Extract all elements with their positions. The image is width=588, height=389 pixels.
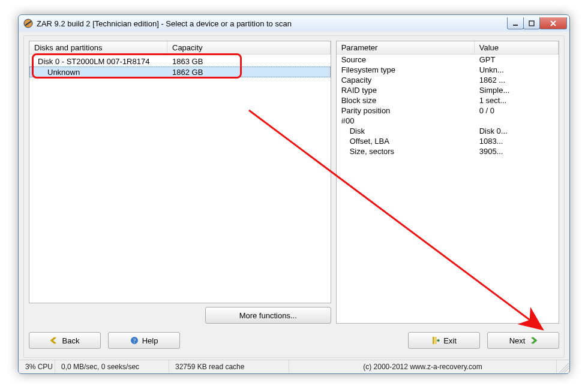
bottom-bar: Back ? Help Exit Next xyxy=(29,328,559,352)
parameter-row[interactable]: Capacity1862 ... xyxy=(337,75,559,85)
more-functions-label: More functions... xyxy=(239,311,297,320)
back-button[interactable]: Back xyxy=(29,332,101,349)
parameter-value-cell: 1 sect... xyxy=(475,96,559,105)
help-label: Help xyxy=(142,336,158,345)
window-title: ZAR 9.2 build 2 [Technician edition] - S… xyxy=(37,19,508,28)
app-window: ZAR 9.2 build 2 [Technician edition] - S… xyxy=(18,14,570,374)
parameter-value-cell: 1083... xyxy=(475,137,559,146)
help-button[interactable]: ? Help xyxy=(108,332,180,349)
parameter-row[interactable]: Parity position0 / 0 xyxy=(337,105,559,116)
arrow-right-icon xyxy=(529,336,537,345)
disk-capacity-cell: 1862 GB xyxy=(167,68,331,77)
parameters-list[interactable]: SourceGPTFilesystem typeUnkn...Capacity1… xyxy=(337,55,559,156)
status-io: 0,0 MB/sec, 0 seeks/sec xyxy=(55,360,169,373)
parameters-header: Parameter Value xyxy=(337,41,559,55)
parameter-name-cell: RAID type xyxy=(337,86,475,95)
status-cpu: 3% CPU xyxy=(19,360,55,373)
next-label: Next xyxy=(509,336,526,345)
parameter-value-cell: GPT xyxy=(475,55,559,64)
parameter-row[interactable]: Size, sectors3905... xyxy=(337,146,559,156)
disk-tree-row[interactable]: Unknown1862 GB xyxy=(29,67,331,77)
more-functions-button[interactable]: More functions... xyxy=(205,307,331,324)
parameter-name-cell: Filesystem type xyxy=(337,65,475,74)
svg-rect-7 xyxy=(434,337,437,344)
parameters-header-value[interactable]: Value xyxy=(475,41,559,54)
disks-panel: Disks and partitions Capacity Disk 0 - S… xyxy=(29,41,331,303)
parameter-row[interactable]: Block size1 sect... xyxy=(337,95,559,105)
parameter-row[interactable]: SourceGPT xyxy=(337,55,559,65)
status-bar: 3% CPU 0,0 MB/sec, 0 seeks/sec 32759 KB … xyxy=(19,360,569,373)
next-button[interactable]: Next xyxy=(487,332,559,349)
parameter-value-cell: 0 / 0 xyxy=(475,106,559,115)
close-button[interactable] xyxy=(539,17,567,29)
disks-header-name[interactable]: Disks and partitions xyxy=(29,41,167,54)
client-area: Disks and partitions Capacity Disk 0 - S… xyxy=(23,35,565,358)
exit-label: Exit xyxy=(443,336,457,345)
parameter-name-cell: Disk xyxy=(337,126,475,135)
disk-name-cell: Disk 0 - ST2000LM 007-1R8174 xyxy=(29,57,167,66)
resize-grip[interactable] xyxy=(557,360,569,373)
parameter-value-cell: Unkn... xyxy=(475,65,559,74)
disk-tree-row[interactable]: Disk 0 - ST2000LM 007-1R81741863 GB xyxy=(29,56,331,67)
exit-button[interactable]: Exit xyxy=(408,332,480,349)
disk-capacity-cell: 1863 GB xyxy=(167,57,331,66)
parameter-row[interactable]: Offset, LBA1083... xyxy=(337,136,559,146)
parameter-name-cell: Block size xyxy=(337,96,475,105)
parameter-row[interactable]: #00 xyxy=(337,116,559,126)
parameter-name-cell: Parity position xyxy=(337,106,475,115)
titlebar[interactable]: ZAR 9.2 build 2 [Technician edition] - S… xyxy=(19,15,569,32)
parameter-name-cell: #00 xyxy=(337,116,475,125)
window-controls xyxy=(508,17,567,29)
parameter-name-cell: Source xyxy=(337,55,475,64)
minimize-button[interactable] xyxy=(507,17,524,29)
parameter-value-cell: 3905... xyxy=(475,147,559,156)
help-icon: ? xyxy=(130,336,139,345)
door-exit-icon xyxy=(431,336,440,345)
parameter-value-cell: Disk 0... xyxy=(475,126,559,135)
arrow-left-icon xyxy=(50,336,59,345)
main-area: Disks and partitions Capacity Disk 0 - S… xyxy=(29,41,559,324)
svg-text:?: ? xyxy=(133,337,136,344)
back-label: Back xyxy=(62,336,80,345)
svg-rect-3 xyxy=(529,21,534,26)
left-column: Disks and partitions Capacity Disk 0 - S… xyxy=(29,41,331,324)
parameter-value-cell: Simple... xyxy=(475,86,559,95)
maximize-button[interactable] xyxy=(523,17,540,29)
disk-name-cell: Unknown xyxy=(29,68,167,77)
app-icon xyxy=(23,19,33,28)
status-cache: 32759 KB read cache xyxy=(169,360,289,373)
parameter-row[interactable]: Filesystem typeUnkn... xyxy=(337,65,559,75)
svg-rect-2 xyxy=(513,25,518,26)
parameters-panel: Parameter Value SourceGPTFilesystem type… xyxy=(336,41,559,324)
right-column: Parameter Value SourceGPTFilesystem type… xyxy=(336,41,559,324)
parameters-header-name[interactable]: Parameter xyxy=(337,41,475,54)
parameter-name-cell: Offset, LBA xyxy=(337,137,475,146)
disks-header: Disks and partitions Capacity xyxy=(29,41,331,55)
parameter-row[interactable]: RAID typeSimple... xyxy=(337,85,559,95)
disks-header-capacity[interactable]: Capacity xyxy=(167,41,331,54)
parameter-name-cell: Size, sectors xyxy=(337,147,475,156)
parameter-row[interactable]: DiskDisk 0... xyxy=(337,126,559,136)
disks-tree[interactable]: Disk 0 - ST2000LM 007-1R81741863 GBUnkno… xyxy=(29,55,331,79)
parameter-name-cell: Capacity xyxy=(337,76,475,85)
parameter-value-cell: 1862 ... xyxy=(475,76,559,85)
status-copyright: (c) 2000-2012 www.z-a-recovery.com xyxy=(289,360,557,373)
